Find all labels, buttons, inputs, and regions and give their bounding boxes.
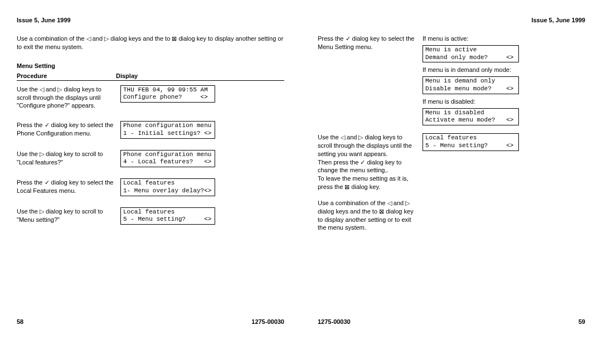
left-page: Issue 5, June 1999 Use a combination of …	[17, 17, 284, 325]
table-row: Press the ✓ dialog key to select the Loc…	[17, 178, 284, 196]
procedure-text: Use a combination of the ◁ and ▷ dialog …	[318, 199, 423, 232]
procedure-text: Use the ◁ and ▷ dialog keys to scroll th…	[318, 133, 423, 191]
col-procedure: Procedure	[17, 72, 116, 79]
col-display: Display	[116, 72, 138, 79]
display-box: Menu is disabled Activate menu mode? <>	[423, 108, 519, 126]
table-row: Use the ▷ dialog key to scroll to "Menu …	[17, 207, 284, 225]
table-row: Press the ✓ dialog key to select the Men…	[318, 35, 585, 125]
procedure-text: Use the ▷ dialog key to scroll to "Local…	[17, 150, 120, 168]
footer-left: 58 1275-00030	[17, 318, 284, 325]
display-box: Phone configuration menu 1 - Initial set…	[120, 121, 215, 139]
procedure-text: Press the ✓ dialog key to select the Pho…	[17, 121, 120, 139]
display-box: Local features 5 - Menu setting? <>	[423, 133, 519, 151]
display-box: Menu is active Demand only mode? <>	[423, 45, 519, 63]
table-row: Use the ◁ and ▷ dialog keys to scroll th…	[318, 133, 585, 191]
footer-right: 1275-00030 59	[318, 318, 585, 325]
display-box: Menu is demand only Disable menu mode? <…	[423, 76, 519, 94]
table-row: Use the ▷ dialog key to scroll to "Local…	[17, 150, 284, 168]
issue-header-right: Issue 5, June 1999	[318, 17, 585, 23]
table-row: Press the ✓ dialog key to select the Pho…	[17, 121, 284, 139]
procedure-text: Use the ▷ dialog key to scroll to "Menu …	[17, 207, 120, 225]
condition-label: If menu is active:	[423, 35, 519, 43]
condition-label: If menu is in demand only mode:	[423, 66, 519, 74]
issue-header-left: Issue 5, June 1999	[17, 17, 284, 23]
right-page: Issue 5, June 1999 Press the ✓ dialog ke…	[318, 17, 585, 325]
table-row: Use a combination of the ◁ and ▷ dialog …	[318, 199, 585, 232]
display-box: THU FEB 04, 99 09:55 AM Configure phone?…	[120, 85, 215, 103]
procedure-text: Press the ✓ dialog key to select the Men…	[318, 35, 423, 125]
table-header: Procedure Display	[17, 72, 284, 81]
display-box: Local features 1- Menu overlay delay?<>	[120, 178, 215, 196]
display-box: Local features 5 - Menu setting? <>	[120, 207, 215, 225]
doc-number: 1275-00030	[251, 318, 284, 325]
page-number: 59	[579, 318, 585, 325]
section-title: Menu Setting	[17, 62, 284, 69]
table-row: Use the ◁ and ▷ dialog keys to scroll th…	[17, 85, 284, 110]
display-group: If menu is active: Menu is active Demand…	[423, 35, 519, 125]
procedure-text: Press the ✓ dialog key to select the Loc…	[17, 178, 120, 196]
display-box: Phone configuration menu 4 - Local featu…	[120, 150, 215, 168]
page-number: 58	[17, 318, 23, 325]
intro-text: Use a combination of the ◁ and ▷ dialog …	[17, 35, 284, 51]
condition-label: If menu is disabled:	[423, 98, 519, 106]
procedure-text: Use the ◁ and ▷ dialog keys to scroll th…	[17, 85, 120, 110]
doc-number: 1275-00030	[318, 318, 351, 325]
